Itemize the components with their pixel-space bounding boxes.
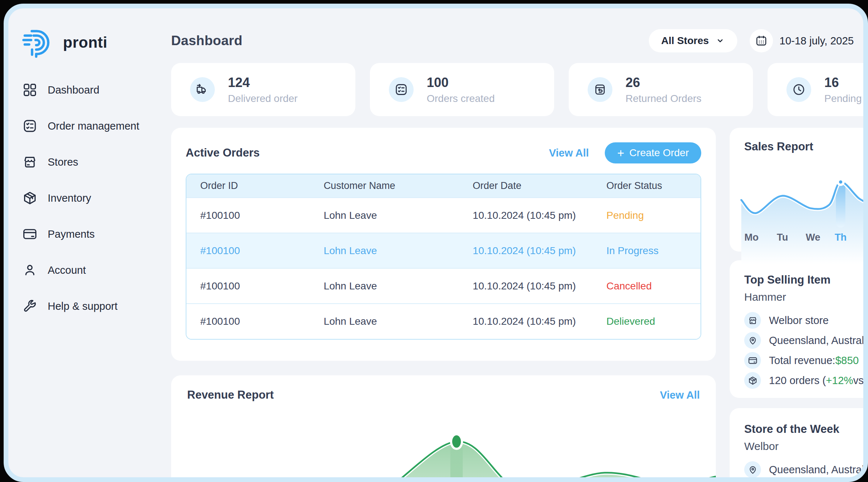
calendar-button[interactable]: [750, 29, 773, 52]
sales-line-chart: [741, 161, 868, 230]
revenue-report-title: Revenue Report: [187, 388, 274, 402]
revenue-report-panel: Revenue Report View All: [171, 375, 716, 482]
cell-order-date: 10.10.2024 (10:45 pm): [459, 198, 592, 233]
cell-customer-name: Lohn Leave: [310, 268, 459, 304]
chevron-down-icon: [715, 36, 725, 46]
cell-order-status: In Progress: [592, 233, 701, 268]
day-label[interactable]: We: [806, 232, 820, 243]
store-filter-dropdown[interactable]: All Stores: [649, 29, 737, 52]
sidebar-item[interactable]: Dashboard: [22, 78, 171, 102]
app-window: pronti Dashboard Order management Stores: [4, 4, 868, 482]
sidebar: pronti Dashboard Order management Stores: [8, 8, 171, 477]
brand-name: pronti: [63, 34, 107, 51]
cell-order-date: 10.10.2024 (10:45 pm): [459, 304, 592, 339]
column-header: Customer Name: [310, 174, 459, 198]
stat-icon-circle: [190, 77, 215, 102]
sidebar-item[interactable]: Inventory: [22, 186, 171, 210]
revenue-view-all-link[interactable]: View All: [660, 389, 700, 401]
store-filter-label: All Stores: [661, 35, 709, 47]
cell-order-id: #100100: [186, 304, 310, 339]
stat-card: 100 Orders created +12%: [370, 63, 554, 116]
top-selling-details: Welbor store Queensland, Australia: [744, 312, 868, 389]
detail-row: 120 orders (+12% vs last week): [744, 372, 868, 389]
stat-card: 124 Delivered order -12%: [171, 63, 355, 116]
left-column: Active Orders View All + Create Order: [171, 128, 716, 482]
date-range-control: 10-18 july, 2025: [750, 29, 854, 52]
stat-info: 26 Returned Orders: [626, 75, 702, 104]
day-label[interactable]: Mo: [745, 232, 759, 243]
detail-icon: [748, 356, 758, 366]
cell-order-status: Delievered: [592, 304, 701, 339]
sidebar-item[interactable]: Help & support: [22, 295, 171, 318]
pronti-logo-icon: [22, 27, 57, 58]
sidebar-item[interactable]: Order management: [22, 114, 171, 138]
active-orders-panel: Active Orders View All + Create Order: [171, 128, 716, 361]
cell-order-id: #100100: [186, 268, 310, 304]
sidebar-item[interactable]: Stores: [22, 150, 171, 174]
stat-icon: [593, 83, 607, 96]
column-header: Order Status: [592, 174, 701, 198]
sidebar-item-label: Dashboard: [48, 84, 99, 96]
sidebar-item-label: Inventory: [48, 192, 91, 204]
cell-order-date: 10.10.2024 (10:45 pm): [459, 233, 592, 268]
sidebar-item[interactable]: Account: [22, 258, 171, 282]
detail-text: Queensland, Australia: [769, 335, 868, 347]
store-of-week-panel: Store of the Week Welbor Queensland, Aus…: [730, 408, 868, 482]
sidebar-item-label: Stores: [48, 156, 78, 168]
table-row[interactable]: #100100 Lohn Leave 10.10.2024 (10:45 pm)…: [186, 268, 701, 304]
day-label[interactable]: Fr: [865, 232, 868, 243]
status-badge: Pending: [606, 210, 644, 221]
content-columns: Active Orders View All + Create Order: [171, 128, 863, 482]
nav-icon: [22, 190, 38, 206]
detail-text-suffix: vs last week): [853, 375, 868, 387]
header-controls: All Stores 10-18 july, 2025: [649, 29, 854, 52]
table-row[interactable]: #100100 Lohn Leave 10.10.2024 (10:45 pm)…: [186, 304, 701, 339]
sidebar-nav: Dashboard Order management Stores Invent…: [22, 78, 171, 318]
store-of-week-title: Store of the Week: [744, 423, 868, 436]
day-label[interactable]: Th: [835, 232, 847, 243]
stat-card: 16 Pending Orders: [768, 63, 868, 116]
stat-value: 124: [228, 75, 297, 90]
page-header: Dashboard All Stores 10-18 july, 2025: [171, 29, 863, 53]
create-order-button[interactable]: + Create Order: [605, 142, 701, 163]
orders-table: Order ID Customer Name Order Date Order …: [186, 174, 701, 340]
stat-icon: [792, 83, 806, 96]
date-range-label: 10-18 july, 2025: [780, 35, 854, 47]
stat-icon-circle: [389, 77, 414, 102]
detail-icon-circle: [744, 372, 761, 389]
stats-row: 124 Delivered order -12% 100 Orders crea…: [171, 63, 863, 116]
table-row[interactable]: #100100 Lohn Leave 10.10.2024 (10:45 pm)…: [186, 233, 701, 268]
detail-icon: [748, 316, 758, 325]
stat-info: 16 Pending Orders: [824, 75, 868, 104]
detail-row: Welbor store: [744, 312, 868, 329]
revenue-area-chart: [171, 410, 716, 482]
stat-label: Returned Orders: [626, 93, 702, 104]
nav-icon: [22, 154, 38, 170]
detail-row: Queensland, Australia: [744, 332, 868, 349]
orders-view-all-link[interactable]: View All: [549, 147, 589, 159]
cell-order-id: #100100: [186, 198, 310, 233]
stat-label: Delivered order: [228, 93, 297, 104]
table-row[interactable]: #100100 Lohn Leave 10.10.2024 (10:45 pm)…: [186, 198, 701, 233]
sales-day-axis: Mo Tu We Th Fr: [741, 230, 868, 245]
cell-customer-name: Lohn Leave: [310, 198, 459, 233]
detail-text: Queensland, Australia: [769, 464, 868, 476]
day-label[interactable]: Tu: [777, 232, 788, 243]
location-pin-icon: [748, 465, 758, 475]
sidebar-item[interactable]: Payments: [22, 222, 171, 246]
sidebar-item-label: Account: [48, 264, 86, 276]
detail-row: Total revenue: $850: [744, 352, 868, 369]
column-header: Order Date: [459, 174, 592, 198]
right-column: Sales Report Mo Tu We Th Fr: [730, 128, 868, 482]
detail-icon: [748, 376, 758, 386]
detail-icon-circle: [744, 332, 761, 349]
stat-card: 26 Returned Orders +24%: [569, 63, 753, 116]
stat-value: 26: [626, 75, 702, 90]
active-orders-title: Active Orders: [186, 146, 260, 159]
stat-label: Orders created: [427, 93, 495, 104]
detail-text: Welbor store: [769, 315, 829, 327]
store-of-week-name: Welbor: [744, 440, 868, 453]
top-selling-panel: Top Selling Item Hammer Welbor store: [730, 260, 868, 398]
stat-value: 100: [427, 75, 495, 90]
stat-info: 124 Delivered order: [228, 75, 297, 104]
